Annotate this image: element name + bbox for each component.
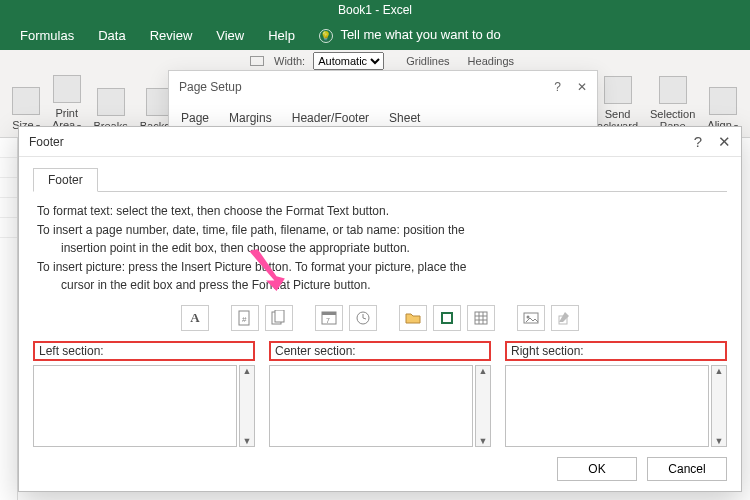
insert-file-path-button[interactable] bbox=[399, 305, 427, 331]
footer-tab[interactable]: Footer bbox=[33, 168, 98, 192]
center-section-column: Center section: ▲▼ bbox=[269, 341, 491, 447]
instr-line-1: To format text: select the text, then ch… bbox=[37, 202, 723, 221]
instr-line-2b: insertion point in the edit box, then ch… bbox=[37, 239, 723, 258]
svg-text:#: # bbox=[242, 315, 247, 324]
headings-label[interactable]: Headings bbox=[468, 55, 514, 67]
left-section-label: Left section: bbox=[33, 341, 255, 361]
page-setup-title: Page Setup bbox=[179, 80, 242, 94]
ribbon-scale-row: Width: Automatic Gridlines Headings bbox=[250, 52, 514, 70]
format-picture-button[interactable] bbox=[551, 305, 579, 331]
align-icon bbox=[709, 87, 737, 115]
tab-formulas[interactable]: Formulas bbox=[20, 28, 74, 43]
ok-button[interactable]: OK bbox=[557, 457, 637, 481]
footer-dialog-help-button[interactable]: ? bbox=[694, 133, 702, 151]
right-section-scrollbar[interactable]: ▲▼ bbox=[711, 365, 727, 447]
footer-toolbar: A # 7 bbox=[19, 299, 741, 341]
footer-sections: Left section: ▲▼ Center section: ▲▼ Righ… bbox=[19, 341, 741, 447]
width-select[interactable]: Automatic bbox=[313, 52, 384, 70]
svg-line-10 bbox=[363, 318, 366, 319]
footer-instructions: To format text: select the text, then ch… bbox=[19, 192, 741, 299]
print-area-icon bbox=[53, 75, 81, 103]
footer-dialog-close-button[interactable]: ✕ bbox=[718, 133, 731, 151]
selection-pane-button[interactable]: Selection Pane bbox=[644, 54, 701, 134]
lightbulb-icon: 💡 bbox=[319, 29, 333, 43]
right-section-column: Right section: ▲▼ bbox=[505, 341, 727, 447]
breaks-icon bbox=[97, 88, 125, 116]
tell-me-label: Tell me what you want to do bbox=[340, 27, 500, 42]
footer-dialog: Footer ? ✕ Footer To format text: select… bbox=[18, 126, 742, 492]
size-button[interactable]: Size bbox=[6, 54, 46, 134]
tell-me[interactable]: 💡 Tell me what you want to do bbox=[319, 27, 501, 43]
tab-data[interactable]: Data bbox=[98, 28, 125, 43]
center-section-scrollbar[interactable]: ▲▼ bbox=[475, 365, 491, 447]
footer-dialog-title: Footer bbox=[29, 135, 64, 149]
insert-date-button[interactable]: 7 bbox=[315, 305, 343, 331]
cancel-button[interactable]: Cancel bbox=[647, 457, 727, 481]
svg-text:7: 7 bbox=[326, 317, 330, 324]
app-titlebar: Book1 - Excel bbox=[0, 0, 750, 20]
right-section-input[interactable] bbox=[505, 365, 709, 447]
svg-rect-13 bbox=[475, 312, 487, 324]
tab-view[interactable]: View bbox=[216, 28, 244, 43]
svg-rect-6 bbox=[322, 312, 336, 315]
size-icon bbox=[12, 87, 40, 115]
format-text-button[interactable]: A bbox=[181, 305, 209, 331]
width-label: Width: bbox=[274, 55, 305, 67]
ribbon-tabstrip: Formulas Data Review View Help 💡 Tell me… bbox=[0, 20, 750, 50]
insert-number-of-pages-button[interactable] bbox=[265, 305, 293, 331]
svg-rect-4 bbox=[275, 310, 284, 322]
sheet-edge bbox=[0, 138, 18, 500]
instr-line-3b: cursor in the edit box and press the For… bbox=[37, 276, 723, 295]
left-section-input[interactable] bbox=[33, 365, 237, 447]
footer-dialog-buttons: OK Cancel bbox=[557, 457, 727, 481]
selection-pane-icon bbox=[659, 76, 687, 104]
left-section-scrollbar[interactable]: ▲▼ bbox=[239, 365, 255, 447]
breaks-button[interactable]: Breaks bbox=[87, 54, 133, 134]
right-section-label: Right section: bbox=[505, 341, 727, 361]
instr-line-3a: To insert picture: press the Insert Pict… bbox=[37, 258, 723, 277]
insert-page-number-button[interactable]: # bbox=[231, 305, 259, 331]
gridlines-label[interactable]: Gridlines bbox=[406, 55, 449, 67]
insert-file-name-button[interactable] bbox=[433, 305, 461, 331]
left-section-column: Left section: ▲▼ bbox=[33, 341, 255, 447]
tab-review[interactable]: Review bbox=[150, 28, 193, 43]
center-section-label: Center section: bbox=[269, 341, 491, 361]
center-section-input[interactable] bbox=[269, 365, 473, 447]
tab-help[interactable]: Help bbox=[268, 28, 295, 43]
align-button[interactable]: Align bbox=[701, 54, 744, 134]
print-area-button[interactable]: Print Area bbox=[46, 54, 87, 134]
send-backward-button[interactable]: Send ackward bbox=[591, 54, 644, 134]
page-setup-help-button[interactable]: ? bbox=[554, 80, 561, 94]
insert-picture-button[interactable] bbox=[517, 305, 545, 331]
insert-sheet-name-button[interactable] bbox=[467, 305, 495, 331]
svg-point-19 bbox=[527, 315, 530, 318]
page-setup-close-button[interactable]: ✕ bbox=[577, 80, 587, 94]
app-title: Book1 - Excel bbox=[338, 3, 412, 17]
ribbon-right-group: Send ackward Selection Pane Align bbox=[591, 54, 744, 134]
svg-rect-12 bbox=[443, 314, 451, 322]
width-icon bbox=[250, 56, 264, 66]
send-backward-icon bbox=[604, 76, 632, 104]
instr-line-2a: To insert a page number, date, time, fil… bbox=[37, 221, 723, 240]
insert-time-button[interactable] bbox=[349, 305, 377, 331]
